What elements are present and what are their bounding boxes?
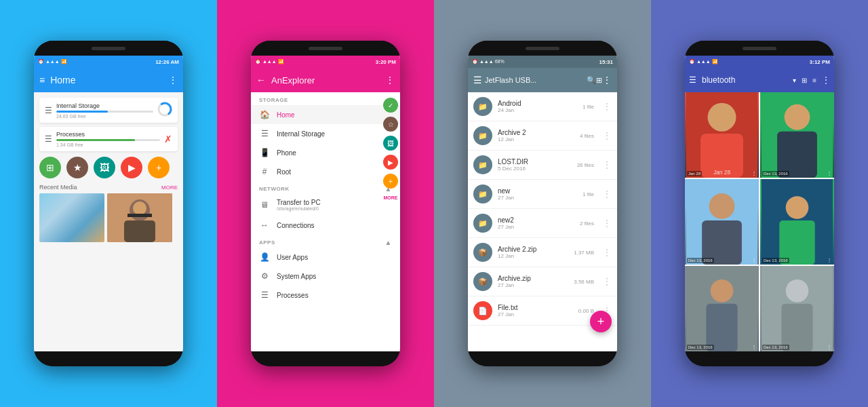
status-bar-3: ⏰ ▲▲▲ 68% 15:31 (468, 56, 617, 68)
recent-more[interactable]: MORE (161, 185, 178, 191)
fab-add-button[interactable]: + (590, 311, 612, 332)
file-item-android[interactable]: 📁 Android 24 Jan 1 file ⋮ (468, 92, 617, 121)
nav-content-2: ✓ ☆ 🖼 ▶ + MORE STORAGE ▲ 🏠 Home ☰ (251, 92, 400, 351)
svg-point-5 (133, 201, 146, 215)
file-more-archivezip[interactable]: ⋮ (602, 276, 612, 287)
menu-icon-4[interactable]: ☰ (689, 75, 696, 85)
nav-processes[interactable]: ☰ Processes (251, 286, 400, 305)
side-more-label[interactable]: MORE (384, 195, 398, 200)
gallery-thumb-3[interactable]: Dec 13, 2016 ⋮ (760, 179, 834, 265)
menu-icon-1[interactable]: ≡ (39, 75, 45, 85)
thumb-1[interactable] (39, 193, 104, 242)
quick-icon-2[interactable]: 🖼 (94, 157, 115, 178)
nav-root[interactable]: # Root (251, 162, 400, 181)
file-date-new2: 27 Jan (498, 224, 574, 230)
file-more-new2[interactable]: ⋮ (602, 218, 612, 229)
quick-icon-1[interactable]: ★ (66, 157, 88, 178)
gallery-more-3[interactable]: ⋮ (827, 257, 832, 263)
phone-3: ⏰ ▲▲▲ 68% 15:31 ☰ JetFlash USB... 🔍 ⊞ ⋮ … (468, 41, 617, 366)
network-section-label: NETWORK (259, 186, 290, 192)
gallery-thumb-4[interactable]: Dec 13, 2016 ⋮ (685, 266, 759, 351)
side-fab-4[interactable]: + (383, 174, 398, 189)
file-more-lostdir[interactable]: ⋮ (602, 159, 612, 170)
section-apps-header: APPS ▲ (251, 235, 400, 248)
more-icon-1[interactable]: ⋮ (168, 75, 178, 85)
file-name-archive2: Archive 2 (498, 129, 574, 136)
thumb-2[interactable] (107, 193, 172, 242)
quick-icon-4[interactable]: + (148, 157, 170, 178)
file-item-archive2[interactable]: 📁 Archive 2 12 Jan 4 files ⋮ (468, 121, 617, 151)
file-item-new2[interactable]: 📁 new2 27 Jan 2 files ⋮ (468, 209, 617, 238)
gallery-more-4[interactable]: ⋮ (751, 344, 757, 350)
file-icon-android: 📁 (473, 97, 492, 116)
grid-icon-3[interactable]: ⊞ (596, 76, 602, 85)
file-date-archive2: 12 Jan (498, 136, 574, 142)
file-icon-lostdir: 📁 (473, 155, 492, 174)
nav-connections[interactable]: ↔ Connections (251, 216, 400, 235)
storage-card-processes[interactable]: ☰ Processes 1.34 GB free ✗ (39, 127, 178, 151)
file-count-new: 1 file (583, 191, 594, 197)
nav-phone[interactable]: 📱 Phone (251, 143, 400, 162)
side-fab-2[interactable]: 🖼 (383, 136, 398, 151)
gallery-more-5[interactable]: ⋮ (827, 344, 832, 350)
storage-section-label: STORAGE (259, 97, 288, 103)
search-icon-3[interactable]: 🔍 (587, 76, 596, 85)
phone-bottom-bezel-1 (34, 351, 183, 366)
file-more-new[interactable]: ⋮ (602, 189, 612, 199)
nav-user-apps[interactable]: 👤 User Apps (251, 248, 400, 267)
phone-bottom-bezel-4 (685, 351, 834, 366)
connections-nav-label: Connections (277, 222, 315, 229)
gallery-thumb-5[interactable]: Dec 13, 2016 ⋮ (760, 266, 834, 351)
thumb-img-1 (39, 193, 104, 242)
filter-icon-4[interactable]: ≡ (812, 77, 816, 84)
nav-system-apps[interactable]: ⚙ System Apps (251, 267, 400, 286)
process-icon: ✗ (164, 134, 172, 144)
quick-icon-3[interactable]: ▶ (121, 157, 142, 178)
status-time-4: 3:12 PM (810, 59, 830, 65)
quick-icon-0[interactable]: ⊞ (39, 157, 61, 178)
file-count-archive2: 4 files (580, 133, 594, 139)
menu-icon-3[interactable]: ☰ (473, 75, 482, 85)
file-item-archivezip[interactable]: 📦 Archive.zip 27 Jan 3.56 MB ⋮ (468, 267, 617, 296)
more-icon-3[interactable]: ⋮ (602, 75, 612, 85)
system-apps-icon: ⚙ (259, 271, 270, 281)
transfer-nav-label: Transfer to PC (277, 199, 321, 206)
storage-sub-internal: 24.63 GB free (56, 114, 153, 119)
storage-icon-processes: ☰ (45, 134, 52, 144)
gallery-thumb-0[interactable]: Jan 28 Jan 28 ⋮ (685, 92, 759, 178)
gallery-more-1[interactable]: ⋮ (827, 170, 832, 176)
gallery-thumb-2[interactable]: Dec 13, 2016 ⋮ (685, 179, 759, 265)
apps-collapse-icon[interactable]: ▲ (385, 239, 392, 246)
drop-icon-4[interactable]: ▾ (793, 77, 796, 84)
file-item-archive2zip[interactable]: 📦 Archive 2.zip 12 Jan 1.37 MB ⋮ (468, 238, 617, 267)
gallery-thumb-1[interactable]: Dec 13, 2016 ⋮ (760, 92, 834, 178)
side-fab-0[interactable]: ✓ (383, 98, 398, 113)
nav-home[interactable]: 🏠 Home (251, 105, 400, 124)
file-date-android: 24 Jan (498, 107, 577, 113)
more-icon-4[interactable]: ⋮ (822, 75, 830, 85)
file-more-android[interactable]: ⋮ (602, 101, 612, 112)
file-more-archive2zip[interactable]: ⋮ (602, 247, 612, 258)
more-icon-2[interactable]: ⋮ (385, 75, 395, 85)
file-date-filetxt: 27 Jan (498, 311, 573, 317)
nav-transfer-pc[interactable]: 🖥 Transfer to PC /storage/emulated/0 (251, 194, 400, 216)
gallery-more-0[interactable]: ⋮ (751, 170, 757, 176)
grid-icon-4[interactable]: ⊞ (802, 77, 807, 84)
phone-top-bezel-3 (468, 41, 617, 56)
file-more-archive2[interactable]: ⋮ (602, 130, 612, 141)
file-item-new[interactable]: 📁 new 27 Jan 1 file ⋮ (468, 180, 617, 209)
connections-nav-icon: ↔ (259, 220, 270, 230)
storage-card-internal[interactable]: ☰ Internal Storage 24.63 GB free (39, 98, 178, 123)
nav-internal-storage[interactable]: ☰ Internal Storage (251, 124, 400, 143)
side-fab-1[interactable]: ☆ (383, 117, 398, 132)
file-item-lostdir[interactable]: 📁 LOST.DIR 5 Dec 2016 26 files ⋮ (468, 151, 617, 180)
file-info-android: Android 24 Jan (498, 100, 577, 113)
phone-speaker-4 (743, 47, 776, 50)
side-fab-3[interactable]: ▶ (383, 155, 398, 170)
file-date-archivezip: 27 Jan (498, 282, 568, 288)
user-apps-label: User Apps (277, 254, 308, 261)
phone-speaker-3 (526, 47, 559, 50)
back-icon-2[interactable]: ← (256, 75, 266, 85)
gallery-more-2[interactable]: ⋮ (751, 257, 757, 263)
internal-nav-icon: ☰ (259, 129, 270, 138)
